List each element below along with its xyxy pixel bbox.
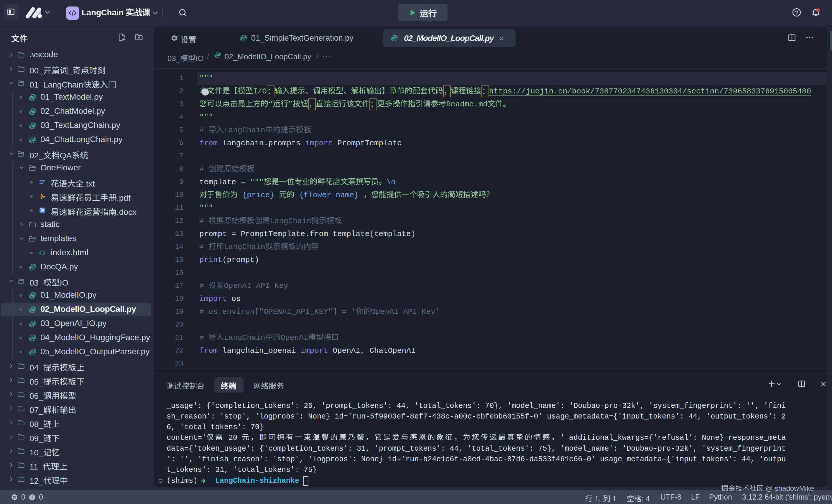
svg-text:?: ?	[795, 9, 798, 16]
svg-text:W: W	[41, 209, 44, 213]
